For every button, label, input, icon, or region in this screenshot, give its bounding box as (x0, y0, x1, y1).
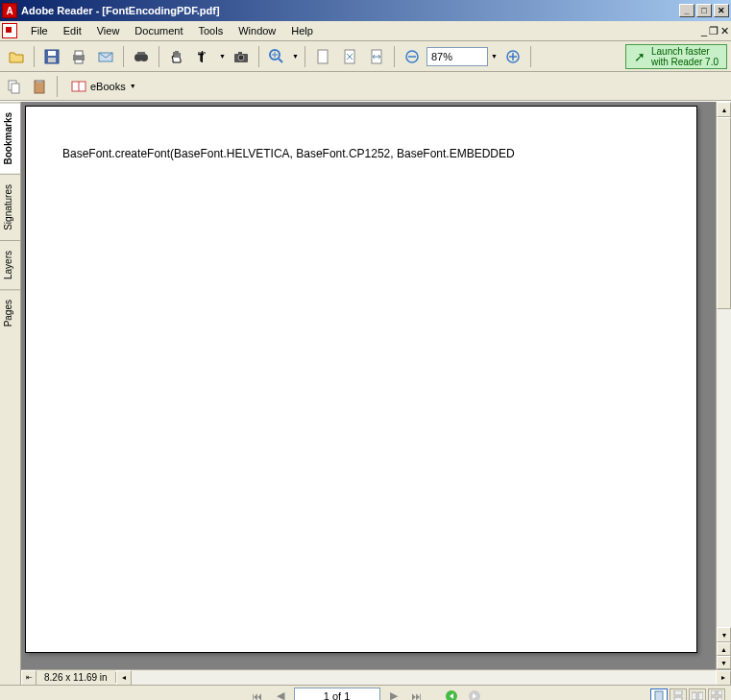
prev-page-button[interactable]: ◀ (271, 688, 290, 701)
paste-button[interactable] (29, 76, 50, 97)
menu-file[interactable]: File (23, 22, 56, 39)
document-icon (2, 23, 17, 38)
scroll-down-button[interactable]: ▾ (717, 627, 731, 642)
hscroll-left-button[interactable]: ◂ (116, 670, 132, 686)
svg-rect-35 (711, 697, 716, 701)
doc-restore-button[interactable]: ❐ (709, 25, 719, 37)
fit-width-icon (369, 49, 384, 64)
vertical-scrollbar[interactable]: ▴ ▾ ▲ ▼ (716, 102, 731, 669)
zoom-level-dropdown[interactable]: ▼ (490, 44, 499, 69)
last-page-button[interactable]: ⏭ (407, 688, 426, 701)
doc-minimize-button[interactable]: _ (701, 25, 707, 37)
document-statusbar: ⇤ 8.26 x 11.69 in ◂ ▸ (21, 669, 731, 685)
page-icon (315, 49, 330, 64)
separator (34, 46, 35, 67)
hscroll-right-button[interactable]: ▸ (716, 670, 731, 686)
next-page-button[interactable]: ▶ (384, 688, 403, 701)
promo-banner[interactable]: ➚ Launch faster with Reader 7.0 (625, 44, 727, 69)
scroll-track[interactable] (717, 117, 731, 627)
save-button[interactable] (39, 44, 64, 69)
page-down-indicator[interactable]: ▼ (717, 656, 731, 669)
svg-rect-22 (12, 84, 19, 93)
snapshot-button[interactable] (229, 44, 254, 69)
facing-icon (692, 690, 703, 701)
text-select-button[interactable]: T (191, 44, 216, 69)
clipboard-icon (32, 79, 47, 94)
zoom-out-button[interactable] (400, 44, 425, 69)
zoom-in-plus-button[interactable] (500, 44, 525, 69)
tab-signatures[interactable]: Signatures (0, 174, 20, 240)
single-page-view-button[interactable] (650, 688, 668, 701)
back-button[interactable] (442, 688, 461, 701)
svg-rect-5 (75, 60, 83, 63)
hand-icon (169, 49, 184, 64)
document-content: BaseFont.createFont(BaseFont.HELVETICA, … (62, 147, 660, 160)
zoom-dropdown[interactable]: ▼ (291, 44, 300, 69)
svg-rect-34 (718, 690, 722, 695)
promo-arrow-icon: ➚ (634, 49, 646, 64)
page-up-indicator[interactable]: ▲ (717, 642, 731, 656)
promo-line1: Launch faster (651, 46, 719, 57)
copy-button[interactable] (4, 76, 25, 97)
side-tabs: Bookmarks Signatures Layers Pages (0, 102, 21, 685)
scroll-thumb[interactable] (717, 117, 731, 309)
hand-tool-button[interactable] (164, 44, 189, 69)
single-page-icon (654, 690, 664, 701)
select-dropdown[interactable]: ▼ (218, 44, 227, 69)
tab-layers[interactable]: Layers (0, 240, 20, 289)
window-titlebar: A Adobe Reader - [FontEncodingPDF.pdf] _… (0, 0, 731, 21)
document-area: BaseFont.createFont(BaseFont.HELVETICA, … (21, 102, 731, 685)
search-button[interactable] (129, 44, 154, 69)
bottom-navbar: ⏮ ◀ ▶ ⏭ (0, 685, 731, 700)
menu-document[interactable]: Document (127, 22, 190, 39)
svg-rect-1 (48, 51, 56, 56)
promo-text: Launch faster with Reader 7.0 (651, 46, 719, 67)
actual-size-button[interactable] (310, 44, 335, 69)
ebooks-button[interactable]: eBooks ▼ (64, 76, 143, 97)
ebooks-label: eBooks (90, 81, 126, 92)
fit-width-button[interactable] (364, 44, 389, 69)
page-number-input[interactable] (294, 688, 380, 700)
ebooks-icon (71, 80, 86, 93)
open-button[interactable] (4, 44, 29, 69)
menu-view[interactable]: View (89, 22, 128, 39)
document-viewport[interactable]: BaseFont.createFont(BaseFont.HELVETICA, … (21, 102, 716, 669)
printer-icon (71, 49, 86, 64)
hscroll-track[interactable] (132, 670, 716, 686)
window-title: Adobe Reader - [FontEncodingPDF.pdf] (21, 5, 220, 16)
first-page-button[interactable]: ⏮ (248, 688, 267, 701)
continuous-view-button[interactable] (670, 688, 687, 701)
tab-pages[interactable]: Pages (0, 289, 20, 336)
menu-help[interactable]: Help (283, 22, 321, 39)
camera-icon (233, 49, 249, 64)
scroll-up-button[interactable]: ▴ (717, 102, 731, 117)
separator (258, 46, 259, 67)
svg-rect-14 (238, 52, 242, 55)
hscroll-far-left[interactable]: ⇤ (21, 670, 37, 686)
separator (123, 46, 124, 67)
doc-close-button[interactable]: ✕ (720, 25, 729, 37)
svg-point-8 (140, 54, 148, 61)
continuous-facing-view-button[interactable] (708, 688, 725, 701)
print-button[interactable] (66, 44, 91, 69)
menu-window[interactable]: Window (231, 22, 283, 39)
maximize-button[interactable]: □ (696, 4, 712, 17)
menu-edit[interactable]: Edit (56, 22, 89, 39)
minimize-button[interactable]: _ (679, 4, 694, 17)
fit-page-button[interactable] (337, 44, 362, 69)
email-button[interactable] (93, 44, 118, 69)
envelope-icon (98, 49, 113, 64)
continuous-icon (673, 690, 683, 701)
zoom-in-button[interactable] (264, 44, 289, 69)
close-button[interactable]: ✕ (714, 4, 729, 17)
facing-view-button[interactable] (689, 688, 706, 701)
separator (305, 46, 305, 67)
zoom-input[interactable] (426, 47, 488, 66)
separator (57, 76, 58, 97)
tab-bookmarks[interactable]: Bookmarks (0, 102, 20, 174)
forward-button[interactable] (465, 688, 484, 701)
content-area: Bookmarks Signatures Layers Pages BaseFo… (0, 101, 731, 685)
menu-tools[interactable]: Tools (191, 22, 231, 39)
adobe-icon: A (2, 3, 17, 18)
separator (530, 46, 531, 67)
